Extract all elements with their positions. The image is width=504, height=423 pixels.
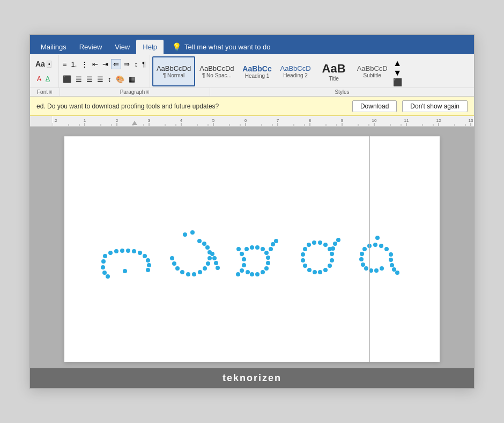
tell-me-text: Tell me what you want to do [184, 43, 270, 51]
svg-point-105 [266, 261, 270, 265]
highlight-btn[interactable]: A [35, 75, 43, 83]
style-subtitle[interactable]: AaBbCcD Subtitle [353, 56, 391, 86]
lightbulb-icon: 💡 [172, 42, 181, 51]
svg-point-86 [323, 268, 328, 272]
style-heading1[interactable]: AaBbCc Heading 1 [239, 56, 276, 86]
style-heading2[interactable]: AaBbCcD Heading 2 [277, 56, 315, 86]
group-labels-row: Font ⊞ Paragraph ⊞ Styles [30, 87, 474, 96]
svg-text:7: 7 [277, 118, 279, 123]
svg-point-89 [330, 252, 334, 256]
svg-point-148 [106, 274, 110, 279]
tell-me-area[interactable]: 💡 Tell me what you want to do [168, 39, 275, 54]
font-row1: Aa • [35, 60, 55, 68]
tab-view[interactable]: View [108, 40, 136, 54]
svg-point-133 [190, 230, 195, 235]
list-numbers-btn[interactable]: 1. [70, 60, 79, 69]
svg-point-129 [212, 256, 217, 260]
svg-point-59 [373, 243, 377, 247]
svg-point-145 [101, 259, 106, 264]
tab-review[interactable]: Review [73, 40, 109, 54]
ltr-btn[interactable]: ⇒ [122, 60, 131, 69]
svg-point-58 [379, 244, 383, 248]
svg-point-134 [103, 254, 107, 258]
font-size-aa: Aa [35, 60, 45, 68]
ribbon-toolbar-area: Aa • A A ≡ 1. ⋮ ⇤ ⇥ ⇐ ⇒ ↕ [30, 54, 474, 97]
svg-point-77 [312, 240, 316, 245]
svg-point-108 [255, 272, 260, 276]
style-subtitle-label: Subtitle [363, 72, 381, 78]
svg-point-113 [274, 239, 278, 243]
svg-point-139 [132, 249, 136, 253]
svg-point-131 [216, 266, 220, 270]
list-bullets-btn[interactable]: ≡ [61, 60, 69, 69]
paragraph-group: ≡ 1. ⋮ ⇤ ⇥ ⇐ ⇒ ↕ ¶ ⬛ ☰ ☰ ☰ ↕ 🎨 [59, 55, 150, 87]
justify-btn[interactable]: ☰ [95, 75, 105, 84]
svg-point-95 [242, 257, 246, 261]
ruler-svg: -2 1 2 3 4 [53, 116, 473, 126]
svg-point-56 [389, 252, 393, 257]
download-button[interactable]: Download [352, 100, 397, 112]
style-normal-label: ¶ Normal [163, 72, 184, 78]
svg-point-72 [395, 271, 399, 275]
svg-point-83 [307, 268, 312, 272]
font-size-btn[interactable]: • [47, 61, 52, 68]
svg-point-78 [307, 243, 311, 247]
para-expand-icon[interactable]: ⊞ [146, 90, 150, 94]
align-center-btn[interactable]: ☰ [74, 75, 84, 84]
style-title-label: Title [329, 76, 339, 82]
svg-point-71 [392, 267, 396, 272]
rtl-btn[interactable]: ⇐ [111, 59, 121, 69]
indent-dec-btn[interactable]: ⇤ [91, 60, 100, 69]
font-group-label: Font ⊞ [30, 88, 60, 96]
dont-show-again-button[interactable]: Don't show again [402, 100, 468, 112]
svg-text:1: 1 [84, 118, 86, 123]
svg-point-120 [198, 270, 202, 274]
svg-point-146 [101, 265, 105, 269]
svg-text:3: 3 [148, 118, 151, 123]
font-group: Aa • A A [32, 55, 59, 87]
tab-help[interactable]: Help [136, 40, 164, 54]
svg-point-63 [359, 257, 364, 261]
spacing-btn[interactable]: ↕ [106, 75, 113, 84]
style-h2-label: Heading 2 [283, 72, 308, 78]
arabic-ba-char [97, 214, 161, 284]
style-title[interactable]: AaB Title [315, 56, 353, 86]
styles-more-btn[interactable]: ▲ ▼ ⬛ [392, 56, 403, 86]
style-normal[interactable]: AaBbCcDd ¶ Normal [152, 56, 195, 86]
svg-point-88 [330, 258, 334, 262]
svg-point-64 [361, 262, 365, 267]
svg-point-110 [246, 270, 250, 274]
svg-point-107 [261, 270, 265, 274]
svg-point-82 [303, 264, 307, 268]
borders-btn[interactable]: ▦ [127, 75, 137, 84]
svg-point-141 [143, 254, 147, 258]
notification-text: ed. Do you want to download proofing too… [36, 103, 347, 110]
arabic-ha-initial-char [228, 214, 287, 284]
svg-point-130 [214, 261, 218, 265]
svg-point-117 [180, 270, 184, 274]
font-expand-icon[interactable]: ⊞ [49, 90, 53, 94]
tab-mailings[interactable]: Mailings [34, 40, 73, 54]
style-subtitle-preview: AaBbCcD [357, 64, 388, 72]
ruler: -2 1 2 3 4 [30, 116, 474, 127]
svg-point-85 [318, 270, 322, 274]
svg-point-143 [147, 263, 151, 267]
ruler-inner: -2 1 2 3 4 [51, 116, 474, 126]
para-row1: ≡ 1. ⋮ ⇤ ⇥ ⇐ ⇒ ↕ ¶ [61, 59, 147, 69]
svg-point-69 [389, 258, 393, 262]
footer-brand-bar: teknorizen [30, 368, 474, 388]
sort-btn[interactable]: ↕ [132, 60, 139, 69]
style-no-space[interactable]: AaBbCcDd ¶ No Spac... [196, 56, 238, 86]
svg-point-111 [269, 247, 273, 251]
word-window: Mailings Review View Help 💡 Tell me what… [29, 34, 475, 389]
shading-btn[interactable]: 🎨 [114, 75, 126, 84]
font-color-btn[interactable]: A [44, 75, 51, 83]
indent-inc-btn[interactable]: ⇥ [101, 60, 110, 69]
svg-point-102 [261, 247, 265, 251]
align-right-btn[interactable]: ☰ [85, 75, 94, 84]
svg-point-92 [336, 238, 340, 242]
align-left-btn[interactable]: ⬛ [61, 75, 73, 84]
list-multi-btn[interactable]: ⋮ [79, 60, 90, 69]
arabic-ha-isolated-char [288, 214, 347, 284]
show-format-btn[interactable]: ¶ [140, 60, 147, 69]
